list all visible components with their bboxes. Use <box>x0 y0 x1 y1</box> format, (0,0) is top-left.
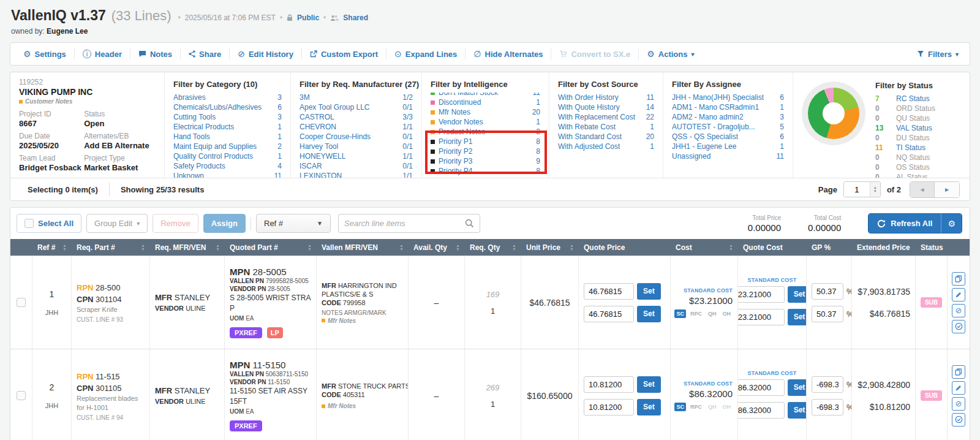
col-req-qty[interactable]: Req. Qty▲▼ <box>465 239 521 256</box>
gp-input[interactable] <box>812 399 843 415</box>
filter-item[interactable]: Electrical Products1 <box>173 122 282 132</box>
chip-qh[interactable]: QH <box>706 403 718 411</box>
filter-item[interactable]: 13VAL Status <box>875 123 961 133</box>
settings-button[interactable]: ⚙Settings <box>15 48 75 60</box>
mfr-notes-flag[interactable]: Mfr Notes <box>322 403 403 409</box>
quote-price-input[interactable] <box>584 376 634 393</box>
chip-oh[interactable]: OH <box>721 309 733 318</box>
col-ref[interactable]: Ref #▲▼ <box>32 239 72 256</box>
page-stepper[interactable]: ▴▾ <box>870 182 880 197</box>
filter-item[interactable]: With Standard Cost20 <box>558 132 654 142</box>
edit-history-button[interactable]: ⊘Edit History <box>230 48 302 60</box>
search-icon[interactable] <box>465 219 474 228</box>
filter-item[interactable]: Maint Equip and Supplies2 <box>173 142 282 151</box>
filter-item[interactable]: JHH1 - Eugene Lee1 <box>672 142 784 151</box>
refresh-all-button[interactable]: Refresh All ⚙ <box>868 213 962 233</box>
filter-item[interactable]: Don't Match Stock11 <box>431 93 540 97</box>
filter-item[interactable]: With Adjusted Cost1 <box>558 142 654 151</box>
set-button[interactable]: Set <box>637 306 661 322</box>
chip-sc[interactable]: SC <box>674 403 686 411</box>
filter-item[interactable]: Vendor Notes1 <box>431 117 540 127</box>
set-button[interactable]: Set <box>788 286 807 303</box>
col-gp[interactable]: GP % <box>807 239 852 256</box>
col-req-mfr[interactable]: Req. MFR/VEN▲▼ <box>150 239 225 256</box>
filter-item[interactable]: ADM2 - Mano admin23 <box>672 112 784 122</box>
notes-button[interactable]: Notes <box>130 48 181 60</box>
filter-item[interactable]: 11TI Status <box>875 143 961 153</box>
set-button[interactable]: Set <box>788 309 807 325</box>
expand-lines-button[interactable]: ⊙Expand Lines <box>386 48 466 60</box>
filter-item[interactable]: With Quote History14 <box>558 102 654 112</box>
actions-menu-button[interactable]: ⚙Actions▾ <box>639 48 702 60</box>
filter-item[interactable]: HONEYWELL1/1 <box>300 151 413 161</box>
mfr-notes-flag[interactable]: Mfr Notes <box>322 317 403 324</box>
gp-input[interactable] <box>812 306 843 322</box>
hide-alternates-button[interactable]: ∅Hide Alternates <box>466 48 551 60</box>
filter-item[interactable]: JHH - Mano(JHH) Specialist6 <box>672 93 784 102</box>
filter-item[interactable]: 0QU Status <box>875 113 961 123</box>
filter-item-priority-p4[interactable]: Priority P48 <box>431 166 540 176</box>
chip-rpc[interactable]: RPC <box>688 309 704 318</box>
col-unit-price[interactable]: Unit Price▲▼ <box>521 239 579 256</box>
col-status[interactable]: Status <box>916 239 948 256</box>
shared-label[interactable]: Shared <box>343 13 368 22</box>
col-quote-cost[interactable]: Quote Cost <box>738 239 807 256</box>
line-history-button[interactable]: ⊘ <box>952 304 965 317</box>
filter-item[interactable]: Abrasives3 <box>173 93 282 102</box>
col-quoted-part[interactable]: Quoted Part #▲▼ <box>225 239 317 256</box>
quote-price-input[interactable] <box>584 283 634 300</box>
chip-rpc[interactable]: RPC <box>688 403 704 411</box>
quote-cost-input[interactable] <box>738 309 785 325</box>
filter-item[interactable]: Unknown11 <box>173 171 282 178</box>
filter-item[interactable]: 3M1/2 <box>300 93 413 102</box>
filter-item[interactable]: CASTROL3/3 <box>300 112 413 122</box>
line-history-button[interactable]: ⊘ <box>952 397 965 411</box>
filter-item[interactable]: Hand Tools1 <box>173 132 282 142</box>
quote-cost-input[interactable] <box>738 286 785 303</box>
set-button[interactable]: Set <box>788 402 807 419</box>
line-verify-button[interactable] <box>952 320 965 333</box>
filter-item[interactable]: 0NQ Status <box>875 153 961 162</box>
filter-item-priority-p2[interactable]: Priority P28 <box>431 146 540 156</box>
row-checkbox[interactable] <box>17 298 26 307</box>
copy-line-button[interactable] <box>952 365 965 379</box>
next-page-button[interactable]: ▸ <box>935 182 959 197</box>
filter-item[interactable]: Harvey Tool0/1 <box>300 142 413 151</box>
filter-item[interactable]: Quality Control Products1 <box>173 151 282 161</box>
filter-item[interactable]: ISCAR0/1 <box>300 161 413 171</box>
edit-line-button[interactable] <box>952 381 965 395</box>
select-all-button[interactable]: Select All <box>17 214 81 233</box>
chip-qh[interactable]: QH <box>706 309 718 318</box>
public-label[interactable]: Public <box>297 13 319 22</box>
filter-item[interactable]: Mfr Notes20 <box>431 107 540 117</box>
share-button[interactable]: Share <box>181 48 230 60</box>
filter-item[interactable]: Safety Products4 <box>173 161 282 171</box>
filter-item[interactable]: Cutting Tools3 <box>173 112 282 122</box>
filter-item[interactable]: 7RC Status <box>875 94 961 104</box>
customer-notes-flag[interactable]: Customer Notes <box>19 98 156 105</box>
col-req-part[interactable]: Req. Part #▲▼ <box>72 239 150 256</box>
filter-item[interactable]: CHEVRON1/1 <box>300 122 413 132</box>
col-avail-qty[interactable]: Avail. Qty▲▼ <box>409 239 465 256</box>
filter-item[interactable]: With Order History11 <box>558 93 654 102</box>
assign-button[interactable]: Assign <box>203 214 246 233</box>
group-edit-button[interactable]: Group Edit▾ <box>86 214 148 233</box>
filter-item[interactable]: Discontinued1 <box>431 97 540 107</box>
filter-item[interactable]: Chemicals/Lubs/Adhesives6 <box>173 102 282 112</box>
filter-item[interactable]: 0OS Status <box>875 162 961 172</box>
filter-item[interactable]: Cooper Crouse-Hinds0/1 <box>300 132 413 142</box>
filter-item[interactable]: AUTOTEST - Dragoljub...5 <box>672 122 784 132</box>
search-input[interactable] <box>344 219 465 228</box>
quote-cost-input[interactable] <box>738 379 785 396</box>
filter-item[interactable]: With Replacement Cost22 <box>558 112 654 122</box>
refresh-settings-button[interactable]: ⚙ <box>941 214 962 233</box>
chip-rbc[interactable]: RBC <box>671 309 672 318</box>
line-verify-button[interactable] <box>952 413 965 427</box>
chip-oh[interactable]: OH <box>721 403 733 411</box>
filter-item[interactable]: Unassigned11 <box>672 151 784 161</box>
set-button[interactable]: Set <box>637 399 661 415</box>
filter-item[interactable]: Apex Tool Group LLC0/1 <box>300 102 413 112</box>
filter-item[interactable]: QSS - QS Specialist6 <box>672 132 784 142</box>
filter-item[interactable]: LEXINGTON1/1 <box>300 171 413 178</box>
set-button[interactable]: Set <box>637 283 661 300</box>
